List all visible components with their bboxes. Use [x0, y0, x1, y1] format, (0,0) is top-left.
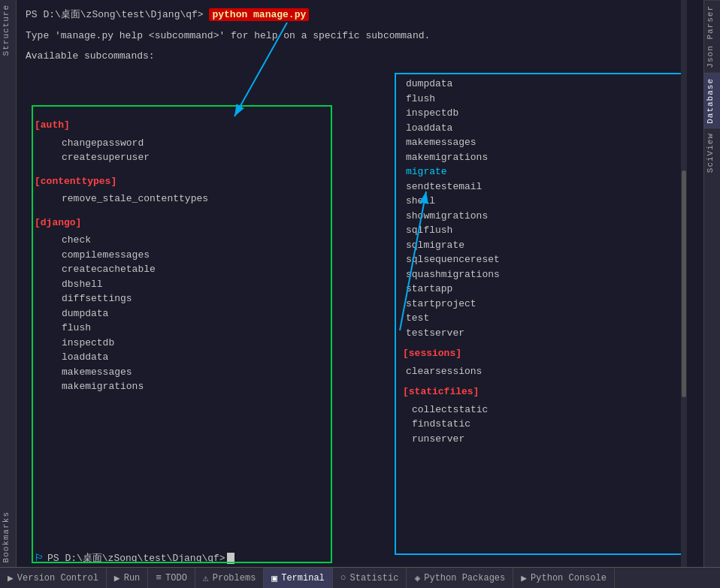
- python-console-label: Python Console: [531, 573, 607, 583]
- terminal-icon: ▣: [271, 572, 277, 584]
- rcmd-dumpdata: dumpdata: [400, 77, 676, 92]
- rcmd-test: test: [400, 311, 676, 326]
- rcmd-startproject: startproject: [400, 297, 676, 312]
- rcmd-flush: flush: [400, 92, 676, 107]
- left-sidebar: Structure Bookmarks: [0, 0, 17, 567]
- cmd-dumpdata: dumpdata: [35, 306, 326, 321]
- cmd-loaddata: loaddata: [35, 350, 326, 365]
- rcmd-sendtestemail: sendtestemail: [400, 179, 676, 194]
- todo-label: TODO: [165, 573, 187, 583]
- cmd-check: check: [35, 233, 326, 248]
- cmd-dbshell: dbshell: [35, 277, 326, 292]
- cmd-flush: flush: [35, 321, 326, 336]
- rcmd-findstatic: findstatic: [400, 417, 676, 432]
- command-highlight: python manage.py: [209, 8, 309, 21]
- database-label[interactable]: Database: [704, 73, 720, 128]
- right-sidebar: Json Parser Database SciView: [703, 0, 720, 567]
- terminal-item[interactable]: ▣ Terminal: [264, 568, 332, 588]
- rcmd-runserver: runserver: [400, 432, 676, 447]
- rcmd-startapp: startapp: [400, 282, 676, 297]
- prompt-text: PS D:\桌面\zSong\test\Djang\qf>: [26, 9, 204, 20]
- problems-item[interactable]: ⚠ Problems: [195, 568, 264, 588]
- bookmarks-label[interactable]: Bookmarks: [0, 507, 16, 567]
- cmd-compilemessages: compilemessages: [35, 248, 326, 263]
- cursor: [227, 553, 234, 564]
- python-console-icon: ▶: [521, 572, 527, 584]
- cmd-makemessages: makemessages: [35, 365, 326, 380]
- cmd-inspectdb: inspectdb: [35, 336, 326, 351]
- terminal-content: PS D:\桌面\zSong\test\Djang\qf> python man…: [17, 0, 703, 567]
- django-header: [django]: [35, 216, 326, 231]
- auth-header: [auth]: [35, 118, 326, 133]
- rcmd-collectstatic: collectstatic: [400, 403, 676, 418]
- contenttypes-header: [contenttypes]: [35, 174, 326, 189]
- version-control-item[interactable]: ▶ Version Control: [0, 568, 107, 588]
- structure-label[interactable]: Structure: [0, 0, 16, 60]
- cmd-createcachetable: createcachetable: [35, 262, 326, 277]
- todo-item[interactable]: ≡ TODO: [148, 568, 195, 588]
- flag-icon: 🏳: [35, 551, 44, 566]
- cmd-createsuperuser: createsuperuser: [35, 150, 326, 165]
- python-packages-icon: ◈: [414, 572, 420, 584]
- problems-label: Problems: [213, 573, 256, 583]
- rcmd-makemigrations: makemigrations: [400, 150, 676, 165]
- bottom-prompt-line: 🏳 PS D:\桌面\zSong\test\Djang\qf>: [35, 551, 234, 566]
- python-packages-item[interactable]: ◈ Python Packages: [407, 568, 513, 588]
- todo-icon: ≡: [156, 572, 162, 583]
- bottom-prompt: PS D:\桌面\zSong\test\Djang\qf>: [47, 551, 225, 566]
- staticfiles-header: [staticfiles]: [400, 384, 676, 400]
- statistic-icon: ○: [340, 572, 346, 583]
- status-bar: ▶ Version Control ▶ Run ≡ TODO ⚠ Problem…: [0, 567, 720, 588]
- run-item[interactable]: ▶ Run: [107, 568, 148, 588]
- rcmd-inspectdb: inspectdb: [400, 106, 676, 121]
- rcmd-makemessages: makemessages: [400, 135, 676, 150]
- sessions-header: [sessions]: [400, 346, 676, 361]
- run-label: Run: [124, 573, 141, 583]
- python-packages-label: Python Packages: [424, 573, 505, 583]
- cmd-makemigrations: makemigrations: [35, 379, 326, 394]
- rcmd-migrate: migrate: [400, 164, 676, 179]
- rcmd-sqlmigrate: sqlmigrate: [400, 238, 676, 253]
- run-icon: ▶: [114, 572, 120, 584]
- json-parser-label[interactable]: Json Parser: [704, 0, 720, 73]
- rcmd-showmigrations: showmigrations: [400, 209, 676, 224]
- version-control-icon: ▶: [8, 572, 14, 584]
- cmd-remove-stale: remove_stale_contenttypes: [35, 191, 326, 207]
- sciview-label[interactable]: SciView: [704, 128, 720, 177]
- python-console-item[interactable]: ▶ Python Console: [513, 568, 615, 588]
- rcmd-loaddata: loaddata: [400, 121, 676, 136]
- available-text: Available subcommands:: [26, 49, 694, 64]
- rcmd-squashmigrations: squashmigrations: [400, 267, 676, 282]
- statistic-label: Statistic: [350, 573, 399, 583]
- rcmd-sqlflush: sqlflush: [400, 223, 676, 238]
- scrollbar-thumb[interactable]: [682, 170, 686, 397]
- right-commands-panel: dumpdata flush inspectdb loaddata makeme…: [400, 77, 676, 446]
- rcmd-clearsessions: clearsessions: [400, 364, 676, 379]
- rcmd-shell: shell: [400, 194, 676, 209]
- cmd-changepassword: changepassword: [35, 136, 326, 151]
- cmd-diffsettings: diffsettings: [35, 291, 326, 306]
- left-commands-panel: [auth] changepassword createsuperuser [c…: [35, 109, 326, 394]
- version-control-label: Version Control: [17, 573, 98, 583]
- problems-icon: ⚠: [203, 572, 209, 584]
- help-text: Type 'manage.py help <subcommand>' for h…: [26, 29, 694, 44]
- rcmd-sqlsequencereset: sqlsequencereset: [400, 252, 676, 267]
- rcmd-testserver: testserver: [400, 326, 676, 341]
- scrollbar[interactable]: [681, 0, 687, 567]
- terminal-label: Terminal: [281, 573, 325, 583]
- command-line: PS D:\桌面\zSong\test\Djang\qf> python man…: [26, 8, 694, 23]
- statistic-item[interactable]: ○ Statistic: [333, 568, 407, 588]
